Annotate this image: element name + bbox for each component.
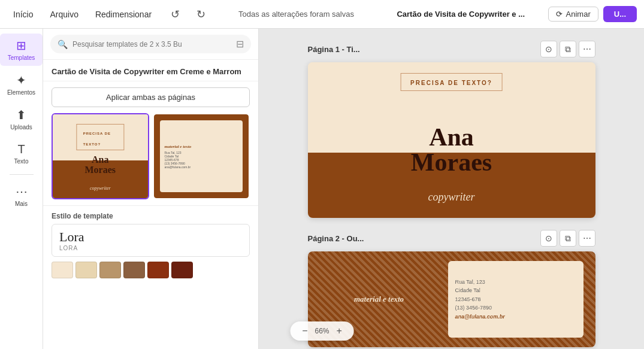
business-card-page-1[interactable]: PRECISA DE TEXTO? Ana Moraes copywriter: [308, 62, 595, 218]
style-label: Estilo de template: [52, 212, 250, 220]
template-preview-card-1[interactable]: PRECISA DE TEXTO? Ana Moraes copywriter: [52, 113, 149, 199]
mais-icon: ⋯: [16, 184, 28, 199]
preview-text-label: PRECISA DE TEXTO?: [83, 132, 111, 146]
color-swatch-4[interactable]: [123, 262, 145, 278]
apply-both-pages-button[interactable]: Aplicar ambas as páginas: [52, 87, 250, 107]
zoom-in-button[interactable]: +: [333, 324, 346, 338]
animar-label: Animar: [566, 10, 591, 19]
font-display: Lora: [59, 229, 242, 245]
card-text-box-label: PRECISA DE TEXTO?: [410, 80, 492, 86]
card-role-text: copywriter: [428, 191, 475, 203]
sidebar-item-label-texto: Texto: [14, 158, 29, 165]
card-name-line2: Moraes: [411, 148, 492, 176]
card2-email: ana@fulana.com.br: [455, 314, 505, 320]
sidebar-item-label-uploads: Uploads: [10, 124, 32, 131]
template-info-header: Cartão de Visita de Copywriter em Creme …: [43, 60, 258, 81]
card-name-line1: Ana: [429, 123, 474, 151]
sidebar-item-templates[interactable]: ⊞ Templates: [0, 34, 43, 66]
elementos-icon: ✦: [16, 73, 26, 87]
texto-icon: T: [17, 142, 25, 156]
undo-button[interactable]: ↺: [167, 5, 183, 23]
document-title: Cartão de Visita de Copywriter e ...: [383, 10, 539, 19]
sidebar-item-texto[interactable]: T Texto: [0, 138, 43, 169]
color-swatch-3[interactable]: [99, 262, 121, 278]
redimensionar-button[interactable]: Redimensionar: [89, 7, 158, 22]
card2-left: material e texto: [320, 295, 439, 304]
animar-button[interactable]: ⟳ Animar: [548, 7, 598, 22]
page-2-actions: ⊙ ⧉ ⋯: [540, 230, 595, 247]
preview-card-2-inner: material e texto Rua Tal, 123Cidade Tal1…: [160, 120, 243, 192]
nav-buttons: Início Arquivo Redimensionar: [7, 7, 158, 22]
preview-name: Ana Moraes: [84, 154, 116, 175]
sidebar-item-elementos[interactable]: ✦ Elementos: [0, 68, 43, 101]
sidebar-divider: [10, 174, 34, 175]
sidebar-item-label-mais: Mais: [15, 201, 28, 207]
filter-icon[interactable]: ⊟: [236, 38, 244, 50]
preview-text-box: PRECISA DE TEXTO?: [77, 124, 124, 150]
zoom-out-button[interactable]: −: [298, 324, 311, 338]
uploads-icon: ⬆: [16, 108, 26, 122]
font-box: Lora LORA: [52, 224, 250, 257]
page-2-settings-button[interactable]: ⊙: [540, 230, 557, 247]
publish-button[interactable]: U...: [603, 6, 637, 22]
redo-button[interactable]: ↻: [193, 5, 209, 23]
page-1-settings-button[interactable]: ⊙: [540, 41, 557, 57]
page-1-copy-button[interactable]: ⧉: [560, 41, 576, 57]
color-swatch-6[interactable]: [171, 262, 193, 278]
color-swatch-2[interactable]: [75, 262, 97, 278]
page-1-more-button[interactable]: ⋯: [579, 41, 595, 57]
top-bar-right: ⟳ Animar U...: [548, 6, 637, 22]
page-1-label: Página 1 - Ti...: [308, 45, 360, 54]
preview-role: copywriter: [90, 186, 111, 191]
preview-name-line1: Ana: [92, 154, 108, 165]
animar-icon: ⟳: [556, 10, 563, 19]
card2-material-title: material e texto: [354, 295, 404, 304]
preview-material-title: material e texto: [165, 144, 238, 149]
card2-contact-info: Rua Tal, 123 Cidade Tal 12345-678 (13) 3…: [455, 278, 576, 321]
templates-panel: 🔍 ⊟ Cartão de Visita de Copywriter em Cr…: [43, 29, 259, 349]
preview-name-line2: Moraes: [84, 165, 116, 175]
page-1-label-row: Página 1 - Ti... ⊙ ⧉ ⋯: [308, 41, 595, 57]
search-bar: 🔍 ⊟: [50, 35, 251, 53]
card-text-box: PRECISA DE TEXTO?: [400, 73, 503, 91]
page-1-actions: ⊙ ⧉ ⋯: [540, 41, 595, 57]
sidebar-item-label-templates: Templates: [8, 54, 35, 61]
card2-right: Rua Tal, 123 Cidade Tal 12345-678 (13) 3…: [448, 261, 583, 338]
page-2-copy-button[interactable]: ⧉: [560, 230, 576, 247]
sidebar-item-label-elementos: Elementos: [7, 89, 35, 96]
templates-icon: ⊞: [16, 38, 26, 53]
color-swatch-5[interactable]: [147, 262, 169, 278]
templates-search-header: 🔍 ⊟: [43, 29, 258, 60]
arquivo-button[interactable]: Arquivo: [44, 7, 84, 22]
preview-card-2-visual: material e texto Rua Tal, 123Cidade Tal1…: [154, 114, 249, 198]
page-2-more-button[interactable]: ⋯: [579, 230, 595, 247]
preview-card-1-visual: PRECISA DE TEXTO? Ana Moraes copywriter: [53, 114, 148, 198]
color-swatch-1[interactable]: [52, 262, 73, 278]
sidebar-item-mais[interactable]: ⋯ Mais: [0, 180, 43, 212]
template-preview-card-2[interactable]: material e texto Rua Tal, 123Cidade Tal1…: [153, 113, 250, 199]
sidebar: ⊞ Templates ✦ Elementos ⬆ Uploads T Text…: [0, 29, 43, 349]
inicio-button[interactable]: Início: [7, 7, 39, 22]
search-icon: 🔍: [58, 40, 68, 49]
style-section: Estilo de template Lora LORA: [43, 205, 258, 282]
zoom-level: 66%: [315, 327, 329, 335]
template-previews: PRECISA DE TEXTO? Ana Moraes copywriter …: [43, 113, 258, 205]
page-card-1: Página 1 - Ti... ⊙ ⧉ ⋯ PRECISA DE TEXTO?: [308, 41, 595, 218]
top-bar: Início Arquivo Redimensionar ↺ ↻ Todas a…: [0, 0, 644, 29]
color-swatches: [52, 262, 250, 278]
page-2-label: Página 2 - Ou...: [308, 234, 364, 243]
bottom-toolbar: − 66% +: [290, 321, 354, 341]
preview-contact: Rua Tal, 123Cidade Tal12345-678(13) 3456…: [165, 151, 238, 169]
sidebar-item-uploads[interactable]: ⬆ Uploads: [0, 103, 43, 135]
card-name-block: Ana Moraes: [308, 125, 595, 175]
template-title: Cartão de Visita de Copywriter em Creme …: [52, 67, 250, 76]
main-layout: ⊞ Templates ✦ Elementos ⬆ Uploads T Text…: [0, 29, 644, 349]
card-role: copywriter: [308, 191, 595, 204]
canvas-area: Página 1 - Ti... ⊙ ⧉ ⋯ PRECISA DE TEXTO?: [259, 29, 644, 349]
font-name-small: LORA: [59, 245, 242, 251]
page-2-label-row: Página 2 - Ou... ⊙ ⧉ ⋯: [308, 230, 595, 247]
search-input[interactable]: [72, 40, 231, 48]
saved-status: Todas as alterações foram salvas: [219, 10, 374, 19]
